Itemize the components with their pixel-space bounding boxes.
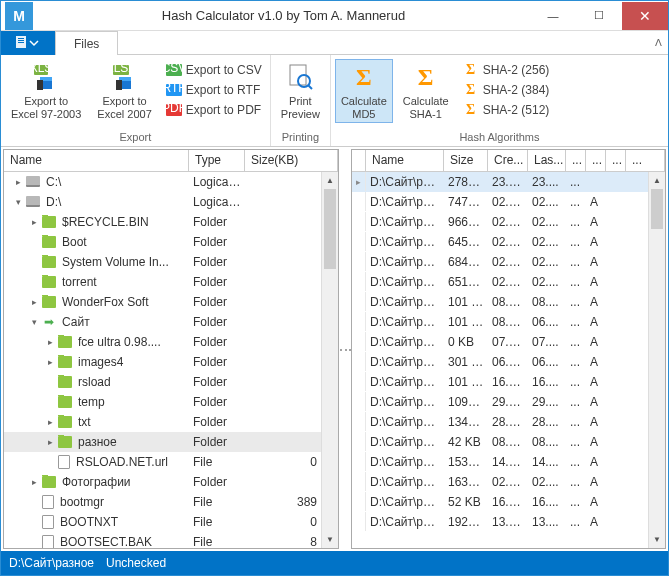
tree-row[interactable]: ▸txtFolder (4, 412, 321, 432)
tree-row[interactable]: torrentFolder (4, 272, 321, 292)
file-row[interactable]: D:\Сайт\раз...1343...28.0...28.......A (352, 412, 648, 432)
tree-row[interactable]: BOOTNXTFile0 (4, 512, 321, 532)
export-excel97-button[interactable]: XLS Export to Excel 97-2003 (5, 59, 87, 123)
expander-icon[interactable]: ▸ (12, 176, 24, 188)
tree-row[interactable]: BootFolder (4, 232, 321, 252)
file-row[interactable]: D:\Сайт\раз...52 KB16.0...16.......A (352, 492, 648, 512)
tree-row[interactable]: ▸WonderFox SoftFolder (4, 292, 321, 312)
minimize-button[interactable]: — (530, 2, 576, 30)
file-row[interactable]: D:\Сайт\раз...101 KB08.1...06.......A (352, 312, 648, 332)
file-row[interactable]: ▸D:\Сайт\раз...2783...23.1...23....... (352, 172, 648, 192)
file-row[interactable]: D:\Сайт\раз...6511...02.1...02.......A (352, 272, 648, 292)
scroll-thumb[interactable] (651, 189, 663, 229)
expander-icon[interactable] (28, 236, 40, 248)
file-col-4[interactable]: ... (566, 150, 586, 171)
expander-icon[interactable]: ▸ (44, 336, 56, 348)
file-row[interactable]: D:\Сайт\раз...101 KB16.0...16.......A (352, 372, 648, 392)
print-preview-button[interactable]: Print Preview (275, 59, 326, 123)
file-row[interactable]: D:\Сайт\раз...7478...02.1...02.......A (352, 192, 648, 212)
file-col-size[interactable]: Size (444, 150, 488, 171)
titlebar[interactable]: M Hash Calculator v1.0 by Tom A. Manneru… (1, 1, 668, 31)
close-button[interactable]: ✕ (622, 2, 668, 30)
tree-col-type[interactable]: Type (189, 150, 245, 171)
tree-row[interactable]: ▸ФотографииFolder (4, 472, 321, 492)
expander-icon[interactable] (44, 396, 56, 408)
tree-row[interactable]: ▾➡СайтFolder (4, 312, 321, 332)
tree-row[interactable]: BOOTSECT.BAKFile8 (4, 532, 321, 548)
tab-files[interactable]: Files (55, 31, 118, 55)
expander-icon[interactable] (28, 516, 40, 528)
file-row[interactable]: D:\Сайт\раз...101 KB08.1...08.......A (352, 292, 648, 312)
file-row[interactable]: D:\Сайт\раз...0 KB07.0...07.......A (352, 332, 648, 352)
file-row[interactable]: D:\Сайт\раз...1636...02.1...02.......A (352, 472, 648, 492)
expander-icon[interactable]: ▸ (28, 296, 40, 308)
tree-col-size[interactable]: Size(KB) (245, 150, 338, 171)
file-row[interactable]: D:\Сайт\раз...42 KB08.0...08.......A (352, 432, 648, 452)
scroll-up-button[interactable]: ▲ (649, 172, 665, 189)
file-row[interactable]: D:\Сайт\раз...6840...02.1...02.......A (352, 252, 648, 272)
file-col-name[interactable]: Name (366, 150, 444, 171)
tree-scrollbar[interactable]: ▲ ▼ (321, 172, 338, 548)
file-row[interactable]: D:\Сайт\раз...1923...13.1...13.......A (352, 512, 648, 532)
scroll-down-button[interactable]: ▼ (322, 531, 338, 548)
calculate-md5-button[interactable]: Σ Calculate MD5 (335, 59, 393, 123)
expander-icon[interactable] (44, 456, 56, 468)
tree-row[interactable]: ▾D:\Logical ... (4, 192, 321, 212)
expander-icon[interactable]: ▸ (28, 476, 40, 488)
window-title: Hash Calculator v1.0 by Tom A. Mannerud (37, 8, 530, 23)
expander-icon[interactable] (28, 496, 40, 508)
tree-row[interactable]: bootmgrFile389 (4, 492, 321, 512)
tree-row[interactable]: ▸разноеFolder (4, 432, 321, 452)
file-col-created[interactable]: Cre... (488, 150, 528, 171)
sha256-button[interactable]: ΣSHA-2 (256) (459, 61, 554, 79)
row-marker (352, 212, 366, 231)
maximize-button[interactable]: ☐ (576, 2, 622, 30)
tree-row[interactable]: ▸C:\Logical ... (4, 172, 321, 192)
tree-row[interactable]: ▸$RECYCLE.BINFolder (4, 212, 321, 232)
file-row[interactable]: D:\Сайт\раз...301 KB06.0...06.......A (352, 352, 648, 372)
file-body[interactable]: ▸D:\Сайт\раз...2783...23.1...23.......D:… (352, 172, 648, 548)
tree-col-name[interactable]: Name (4, 150, 189, 171)
export-pdf-button[interactable]: PDFExport to PDF (162, 101, 266, 119)
export-excel2007-button[interactable]: XLSX Export to Excel 2007 (91, 59, 157, 123)
tree-row[interactable]: rsloadFolder (4, 372, 321, 392)
file-scrollbar[interactable]: ▲ ▼ (648, 172, 665, 548)
expander-icon[interactable] (28, 276, 40, 288)
calculate-sha1-button[interactable]: Σ Calculate SHA-1 (397, 59, 455, 123)
tree-row[interactable]: ▸fce ultra 0.98....Folder (4, 332, 321, 352)
expander-icon[interactable]: ▾ (28, 316, 40, 328)
tree-row[interactable]: RSLOAD.NET.urlFile0 (4, 452, 321, 472)
file-row[interactable]: D:\Сайт\раз...1091...29.0...29.......A (352, 392, 648, 412)
file-col-marker (352, 150, 366, 171)
file-row[interactable]: D:\Сайт\раз...9666...02.1...02.......A (352, 212, 648, 232)
scroll-thumb[interactable] (324, 189, 336, 269)
expander-icon[interactable]: ▸ (44, 416, 56, 428)
scroll-down-button[interactable]: ▼ (649, 531, 665, 548)
expander-icon[interactable] (44, 376, 56, 388)
expander-icon[interactable] (28, 536, 40, 548)
file-col-6[interactable]: ... (606, 150, 626, 171)
expander-icon[interactable]: ▸ (28, 216, 40, 228)
file-row[interactable]: D:\Сайт\раз...6450...02.1...02.......A (352, 232, 648, 252)
expander-icon[interactable] (28, 256, 40, 268)
file-col-lastmod[interactable]: Las... (528, 150, 566, 171)
scroll-up-button[interactable]: ▲ (322, 172, 338, 189)
sha384-button[interactable]: ΣSHA-2 (384) (459, 81, 554, 99)
sha512-button[interactable]: ΣSHA-2 (512) (459, 101, 554, 119)
app-menu-button[interactable] (1, 31, 55, 55)
export-csv-button[interactable]: CSVExport to CSV (162, 61, 266, 79)
ribbon-collapse-button[interactable]: ᐱ (648, 31, 668, 55)
panel-splitter[interactable]: ⋮ (341, 147, 351, 551)
tree-row[interactable]: System Volume In...Folder (4, 252, 321, 272)
file-col-5[interactable]: ... (586, 150, 606, 171)
drive-icon (26, 176, 40, 187)
expander-icon[interactable]: ▾ (12, 196, 24, 208)
expander-icon[interactable]: ▸ (44, 436, 56, 448)
export-rtf-button[interactable]: RTFExport to RTF (162, 81, 266, 99)
tree-row[interactable]: tempFolder (4, 392, 321, 412)
expander-icon[interactable]: ▸ (44, 356, 56, 368)
file-col-7[interactable]: ... (626, 150, 665, 171)
file-row[interactable]: D:\Сайт\раз...1535...14.1...14.......A (352, 452, 648, 472)
tree-body[interactable]: ▸C:\Logical ...▾D:\Logical ...▸$RECYCLE.… (4, 172, 321, 548)
tree-row[interactable]: ▸images4Folder (4, 352, 321, 372)
